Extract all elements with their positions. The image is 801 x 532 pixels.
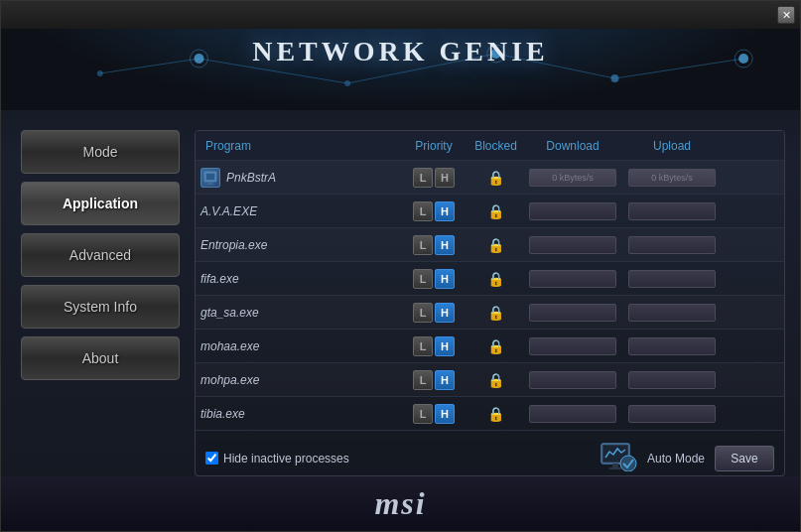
cell-program: gta_sa.exe [200, 306, 399, 320]
svg-rect-15 [206, 174, 214, 180]
table-header: Program Priority Blocked Download Upload [196, 131, 784, 161]
priority-high-button[interactable]: H [435, 235, 455, 255]
priority-high-button[interactable]: H [435, 303, 455, 323]
svg-point-10 [344, 80, 350, 86]
app-title-container: Network Genie [1, 36, 800, 67]
cell-program: mohpa.exe [200, 373, 399, 387]
cell-upload: 0 kBytes/s [622, 169, 722, 187]
svg-rect-17 [206, 184, 214, 185]
hide-inactive-label: Hide inactive processes [223, 452, 349, 466]
cell-program: mohaa.exe [200, 339, 399, 353]
program-name: mohpa.exe [200, 373, 259, 387]
cell-blocked: 🔒 [468, 304, 523, 322]
lock-icon[interactable]: 🔒 [487, 371, 505, 389]
lock-icon[interactable]: 🔒 [487, 337, 505, 355]
title-bar: ✕ [1, 1, 800, 29]
cell-download [523, 236, 622, 254]
cell-upload [622, 405, 722, 423]
sidebar-item-system-info[interactable]: System Info [21, 285, 180, 329]
svg-point-22 [620, 456, 636, 471]
cell-upload [622, 371, 722, 389]
cell-download [523, 371, 622, 389]
cell-download: 0 kBytes/s [523, 169, 622, 187]
lock-icon[interactable]: 🔒 [487, 270, 505, 288]
cell-priority: L H [399, 336, 468, 356]
program-name: fifa.exe [200, 272, 239, 286]
upload-bar [628, 270, 716, 288]
cell-program: PnkBstrA [200, 168, 399, 188]
download-value: 0 kBytes/s [552, 173, 594, 183]
hide-inactive-checkbox[interactable] [205, 452, 218, 465]
cell-blocked: 🔒 [468, 236, 523, 254]
app-title: Network Genie [252, 36, 549, 66]
priority-low-button[interactable]: L [413, 303, 433, 323]
cell-blocked: 🔒 [468, 270, 523, 288]
sidebar-item-advanced[interactable]: Advanced [21, 233, 180, 277]
cell-download [523, 337, 622, 355]
cell-blocked: 🔒 [468, 169, 523, 187]
priority-low-button[interactable]: L [413, 168, 433, 188]
cell-upload [622, 202, 722, 220]
cell-program: tibia.exe [200, 407, 399, 421]
hide-inactive-area: Hide inactive processes [205, 452, 349, 466]
download-bar [529, 270, 616, 288]
cell-program: fifa.exe [200, 272, 399, 286]
priority-low-button[interactable]: L [413, 404, 433, 424]
table-row: mohaa.exe L H 🔒 [196, 330, 784, 363]
program-name: PnkBstrA [226, 171, 276, 185]
priority-low-button[interactable]: L [413, 201, 433, 221]
cell-priority: L H [399, 404, 468, 424]
program-name: gta_sa.exe [200, 306, 259, 320]
cell-blocked: 🔒 [468, 337, 523, 355]
upload-bar [628, 371, 716, 389]
sidebar-item-mode[interactable]: Mode [21, 130, 180, 174]
svg-rect-21 [609, 467, 621, 469]
program-name: Entropia.exe [200, 238, 267, 252]
cell-upload [622, 270, 722, 288]
download-bar [529, 371, 616, 389]
program-name: A.V.A.EXE [200, 204, 257, 218]
msi-logo-bar: msi [1, 476, 800, 531]
cell-download [523, 202, 622, 220]
priority-high-button[interactable]: H [435, 336, 455, 356]
download-bar [529, 236, 616, 254]
lock-icon[interactable]: 🔒 [487, 202, 505, 220]
monitor-icon [600, 442, 637, 475]
upload-bar [628, 236, 716, 254]
cell-blocked: 🔒 [468, 371, 523, 389]
close-button[interactable]: ✕ [777, 6, 795, 24]
lock-icon[interactable]: 🔒 [487, 236, 505, 254]
sidebar-item-application[interactable]: Application [21, 182, 180, 225]
sidebar-item-about[interactable]: About [21, 336, 180, 380]
priority-low-button[interactable]: L [413, 370, 433, 390]
col-header-priority: Priority [399, 139, 468, 153]
svg-point-9 [610, 74, 618, 82]
download-bar [529, 337, 616, 355]
priority-low-button[interactable]: L [413, 235, 433, 255]
priority-high-button[interactable]: H [435, 269, 455, 289]
table-row: tibia.exe L H 🔒 [196, 397, 784, 431]
main-window: ✕ Network Genie Mode Application Advance… [0, 0, 801, 532]
cell-upload [622, 304, 722, 322]
upload-bar [628, 202, 716, 220]
table-row: fifa.exe L H 🔒 [196, 262, 784, 296]
upload-bar [628, 405, 716, 423]
table-row: PnkBstrA L H 🔒 0 kBytes/s 0 kBytes/s [196, 161, 784, 195]
priority-high-button[interactable]: H [435, 168, 455, 188]
lock-icon[interactable]: 🔒 [487, 169, 505, 187]
cell-priority: L H [399, 370, 468, 390]
priority-high-button[interactable]: H [435, 201, 455, 221]
table-row: Entropia.exe L H 🔒 [196, 228, 784, 262]
table-row: gta_sa.exe L H 🔒 [196, 296, 784, 330]
col-header-upload: Upload [622, 139, 722, 153]
priority-high-button[interactable]: H [435, 404, 455, 424]
priority-low-button[interactable]: L [413, 269, 433, 289]
sidebar: Mode Application Advanced System Info Ab… [21, 130, 180, 388]
download-bar [529, 202, 616, 220]
lock-icon[interactable]: 🔒 [487, 304, 505, 322]
download-bar [529, 304, 616, 322]
save-button[interactable]: Save [715, 446, 774, 471]
priority-high-button[interactable]: H [435, 370, 455, 390]
priority-low-button[interactable]: L [413, 336, 433, 356]
lock-icon[interactable]: 🔒 [487, 405, 505, 423]
